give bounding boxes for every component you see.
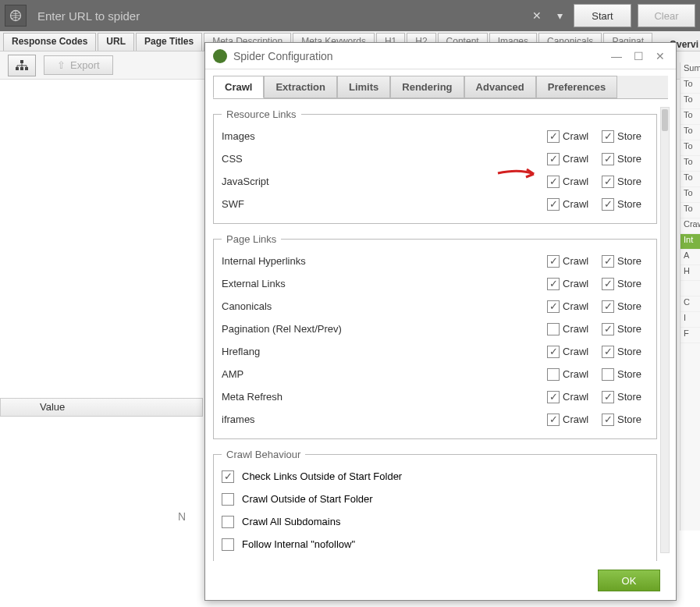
store-checkbox[interactable]	[602, 346, 614, 358]
main-tab[interactable]: URL	[98, 33, 134, 51]
crawl-checkbox[interactable]	[547, 176, 560, 188]
crawl-checkbox[interactable]	[547, 153, 560, 165]
option-row: CanonicalsCrawlStore	[222, 295, 648, 318]
close-icon[interactable]: ✕	[652, 50, 668, 62]
behaviour-checkbox[interactable]	[222, 561, 234, 562]
sidebar-row[interactable]: C	[680, 296, 700, 312]
dialog-tab-bar: CrawlExtractionLimitsRenderingAdvancedPr…	[213, 76, 668, 99]
crawl-label: Crawl	[563, 198, 594, 210]
crawl-checkbox[interactable]	[547, 278, 560, 290]
option-label: CSS	[222, 153, 539, 165]
dialog-titlebar[interactable]: Spider Configuration — ☐ ✕	[205, 43, 676, 69]
sitemap-icon[interactable]	[8, 55, 36, 76]
crawl-checkbox[interactable]	[547, 391, 560, 403]
export-button[interactable]: ⇧Export	[44, 55, 113, 75]
store-checkbox[interactable]	[602, 368, 614, 381]
sidebar-row[interactable]: Craw	[680, 218, 700, 234]
crawl-checkbox[interactable]	[547, 323, 560, 335]
crawl-checkbox[interactable]	[547, 346, 560, 358]
url-input[interactable]	[33, 5, 521, 27]
scrollbar-thumb[interactable]	[662, 109, 668, 131]
store-checkbox[interactable]	[602, 176, 614, 188]
crawl-checkbox[interactable]	[547, 414, 560, 426]
config-tab-advanced[interactable]: Advanced	[464, 76, 536, 98]
page-links-group: Page Links Internal HyperlinksCrawlStore…	[213, 233, 657, 439]
sidebar-row[interactable]: A	[680, 250, 700, 265]
behaviour-checkbox[interactable]	[222, 516, 234, 528]
behaviour-label: Check Links Outside of Start Folder	[242, 470, 402, 482]
config-tab-limits[interactable]: Limits	[337, 76, 390, 98]
option-label: Meta Refresh	[222, 391, 539, 403]
value-column-header[interactable]: Value	[0, 398, 203, 417]
crawl-label: Crawl	[563, 130, 594, 142]
main-tab[interactable]: Response Codes	[3, 33, 96, 51]
sidebar-row[interactable]: F	[680, 328, 700, 343]
no-data-indicator: N	[178, 510, 186, 523]
crawl-label: Crawl	[563, 255, 594, 267]
dialog-body: Resource Links ImagesCrawlStoreCSSCrawlS…	[205, 99, 676, 561]
sidebar-row[interactable]: To	[680, 156, 700, 172]
store-checkbox[interactable]	[602, 414, 614, 426]
store-checkbox[interactable]	[602, 198, 614, 211]
store-label: Store	[617, 153, 648, 165]
url-dropdown-icon[interactable]: ▾	[553, 9, 567, 22]
svg-rect-2	[16, 67, 19, 70]
store-label: Store	[617, 130, 648, 142]
page-links-legend: Page Links	[222, 233, 281, 245]
sidebar-row[interactable]: H	[680, 265, 700, 281]
crawl-checkbox[interactable]	[547, 300, 560, 313]
store-checkbox[interactable]	[602, 130, 614, 143]
behaviour-checkbox[interactable]	[222, 470, 234, 483]
store-label: Store	[617, 414, 648, 425]
store-checkbox[interactable]	[602, 278, 614, 290]
option-label: Pagination (Rel Next/Prev)	[222, 323, 539, 335]
store-checkbox[interactable]	[602, 255, 614, 268]
sidebar-row[interactable]	[680, 281, 700, 296]
spider-config-dialog: Spider Configuration — ☐ ✕ CrawlExtracti…	[204, 42, 677, 601]
config-tab-extraction[interactable]: Extraction	[264, 76, 337, 98]
crawl-label: Crawl	[563, 414, 594, 425]
crawl-label: Crawl	[563, 391, 594, 403]
minimize-icon[interactable]: —	[609, 50, 624, 62]
svg-rect-3	[20, 67, 23, 70]
option-row: Internal HyperlinksCrawlStore	[222, 250, 648, 272]
sidebar-row[interactable]: To	[680, 172, 700, 187]
scrollbar[interactable]	[660, 107, 670, 553]
crawl-checkbox[interactable]	[547, 368, 560, 381]
clear-button[interactable]: Clear	[638, 4, 695, 27]
store-checkbox[interactable]	[602, 391, 614, 403]
option-row: Pagination (Rel Next/Prev)CrawlStore	[222, 318, 648, 340]
config-tab-crawl[interactable]: Crawl	[213, 76, 264, 98]
clear-url-icon[interactable]: ✕	[528, 9, 546, 22]
behaviour-checkbox[interactable]	[222, 538, 234, 551]
store-checkbox[interactable]	[602, 323, 614, 335]
option-row: ImagesCrawlStore	[222, 125, 648, 147]
maximize-icon[interactable]: ☐	[631, 50, 646, 62]
start-button[interactable]: Start	[574, 4, 631, 27]
behaviour-checkbox[interactable]	[222, 493, 234, 506]
config-tab-preferences[interactable]: Preferences	[536, 76, 617, 98]
globe-icon	[5, 5, 27, 27]
config-tab-rendering[interactable]: Rendering	[390, 76, 464, 98]
sidebar-row[interactable]: To	[680, 78, 700, 94]
sidebar-row[interactable]: To	[680, 94, 700, 109]
sidebar-row[interactable]: To	[680, 203, 700, 218]
ok-button[interactable]: OK	[598, 570, 660, 591]
store-checkbox[interactable]	[602, 300, 614, 313]
crawl-checkbox[interactable]	[547, 198, 560, 211]
sidebar-row[interactable]: I	[680, 312, 700, 328]
behaviour-row: Follow External "nofollow"	[222, 556, 648, 561]
store-checkbox[interactable]	[602, 153, 614, 165]
sidebar-row[interactable]: To	[680, 109, 700, 125]
crawl-checkbox[interactable]	[547, 130, 560, 143]
sidebar-row[interactable]: To	[680, 125, 700, 140]
sidebar-row[interactable]: Sum	[680, 62, 700, 78]
main-tab[interactable]: Page Titles	[136, 33, 202, 51]
store-label: Store	[617, 368, 648, 380]
sidebar-row-active[interactable]: Int	[680, 234, 700, 250]
crawl-label: Crawl	[563, 278, 594, 289]
crawl-checkbox[interactable]	[547, 255, 560, 268]
sidebar-row[interactable]: To	[680, 187, 700, 203]
crawl-label: Crawl	[563, 153, 594, 165]
sidebar-row[interactable]: To	[680, 140, 700, 156]
